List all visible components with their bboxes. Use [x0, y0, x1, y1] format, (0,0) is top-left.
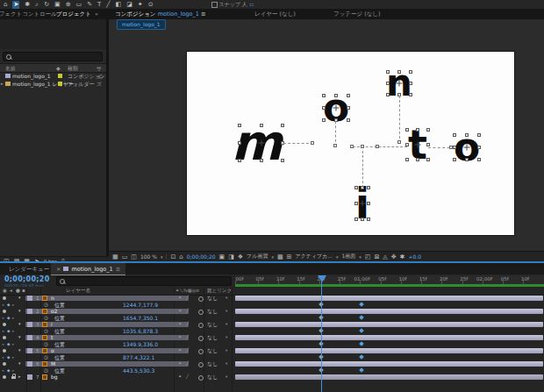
type-tool-icon[interactable]: T: [97, 1, 101, 9]
view-layout-dropdown[interactable]: 1画面: [342, 253, 356, 260]
layer-name-column[interactable]: レイヤー名: [66, 288, 90, 294]
parent-dropdown[interactable]: なし: [207, 347, 218, 354]
selection-handle[interactable]: [367, 202, 370, 205]
keyframe-at-time-icon[interactable]: ◆: [7, 328, 10, 335]
layer-object-n[interactable]: n: [388, 72, 411, 95]
show-snapshot-icon[interactable]: ◨: [228, 253, 234, 261]
close-icon[interactable]: ×: [56, 266, 61, 273]
keyframe-diamond[interactable]: [359, 341, 364, 346]
fx-switch-icon[interactable]: ╱: [186, 321, 189, 328]
ruler-icon[interactable]: ⊡: [170, 253, 175, 261]
fx-switch-icon[interactable]: ╱: [186, 334, 189, 341]
selection-handle[interactable]: [416, 128, 419, 132]
home-icon[interactable]: ⌂: [4, 1, 7, 9]
tab-layer[interactable]: レイヤー (なし): [254, 9, 296, 19]
keyframe-at-time-icon[interactable]: ◆: [7, 341, 10, 348]
tab-render-queue[interactable]: レンダーキュー: [9, 266, 49, 274]
prev-keyframe-icon[interactable]: ◂: [2, 302, 4, 309]
selection-handle[interactable]: [347, 118, 350, 122]
layer-row[interactable]: ▾ 5 o ✦ ╱ なし ▾: [0, 347, 544, 354]
selection-handle[interactable]: [322, 118, 326, 122]
layer-name[interactable]: o2: [51, 308, 58, 315]
layer-duration-bar[interactable]: [235, 309, 543, 314]
region-icon[interactable]: ▩: [277, 253, 283, 261]
selection-handle[interactable]: [465, 158, 469, 161]
parent-dropdown[interactable]: なし: [207, 295, 218, 302]
parent-dropdown[interactable]: なし: [207, 308, 218, 315]
fx-switch-icon[interactable]: ╱: [186, 360, 189, 367]
guides-icon[interactable]: ◫: [131, 253, 137, 261]
composition-canvas[interactable]: m o n t o i: [187, 52, 514, 235]
anchor-point-icon[interactable]: [397, 81, 403, 87]
eye-icon[interactable]: [3, 323, 6, 326]
label-color-chip[interactable]: [27, 309, 32, 314]
selection-handle[interactable]: [281, 159, 284, 162]
keyframe-diamond[interactable]: [359, 354, 364, 360]
twirl-icon[interactable]: ▾: [18, 321, 21, 327]
anchor-point-icon[interactable]: [415, 142, 421, 148]
keyframe-diamond[interactable]: [359, 302, 364, 307]
selection-handle[interactable]: [238, 159, 241, 162]
position-property-label[interactable]: 位置: [54, 315, 65, 322]
quality-switch-icon[interactable]: ✦: [178, 374, 182, 381]
quality-switch-icon[interactable]: ✦: [178, 360, 182, 367]
position-value[interactable]: 1244.7,177.9: [123, 302, 158, 309]
panel-menu-icon[interactable]: ≡: [116, 266, 120, 273]
label-color-chip[interactable]: [27, 348, 32, 353]
selection-handle[interactable]: [426, 143, 430, 146]
viewer-comp-mini-tab[interactable]: motion_logo_1: [117, 19, 166, 30]
twirl-icon[interactable]: ▾: [18, 308, 21, 314]
selection-handle[interactable]: [361, 217, 364, 221]
label-color-chip[interactable]: [27, 374, 32, 380]
layer-object-i[interactable]: i: [356, 188, 369, 219]
path-point[interactable]: [333, 144, 337, 147]
next-keyframe-icon[interactable]: ▸: [12, 367, 14, 374]
position-property-label[interactable]: 位置: [54, 302, 65, 309]
anchor-point-icon[interactable]: [258, 140, 264, 146]
selection-handle[interactable]: [416, 158, 419, 161]
layer-object-o-top[interactable]: o: [324, 96, 348, 120]
layer-row[interactable]: ▸ 7 bg ✦ ╱ なし ▾: [0, 374, 544, 381]
layer-row[interactable]: ▾ 3 i ✦ ╱ なし ▾: [0, 321, 544, 328]
resolution-dropdown[interactable]: フル画質: [247, 253, 268, 260]
next-keyframe-icon[interactable]: ▸: [12, 328, 14, 335]
quality-switch-icon[interactable]: ✦: [178, 334, 182, 341]
layer-row[interactable]: ▾ 6 M ✦ ╱ なし ▾: [0, 360, 544, 367]
audio-column-icon[interactable]: ◂: [10, 288, 12, 293]
layer-name[interactable]: M: [51, 360, 55, 367]
keyframe-diamond[interactable]: [359, 328, 364, 333]
selection-handle[interactable]: [477, 158, 481, 161]
selection-handle[interactable]: [405, 158, 409, 161]
magnification-icon[interactable]: ▭: [122, 253, 128, 261]
stopwatch-icon[interactable]: ◷: [44, 328, 48, 335]
position-value[interactable]: 1654.7,350.1: [123, 315, 158, 322]
parent-dropdown[interactable]: なし: [207, 360, 218, 367]
selection-handle[interactable]: [334, 94, 338, 97]
playhead-line[interactable]: [321, 275, 322, 392]
always-preview-icon[interactable]: ▦: [112, 253, 118, 261]
stopwatch-icon[interactable]: ◷: [44, 315, 48, 322]
next-keyframe-icon[interactable]: ▸: [12, 341, 14, 348]
layer-name[interactable]: t: [51, 334, 53, 341]
mask-icon[interactable]: ⚏: [249, 0, 254, 9]
quality-switch-icon[interactable]: ✦: [178, 321, 182, 328]
selection-handle[interactable]: [347, 94, 350, 97]
quality-switch-icon[interactable]: ✦: [178, 308, 182, 315]
path-point[interactable]: [361, 145, 364, 148]
position-value[interactable]: 1349.9,336.0: [123, 341, 158, 348]
pen-tool-icon[interactable]: ✎: [87, 1, 92, 9]
layer-name[interactable]: n: [51, 295, 54, 302]
next-keyframe-icon[interactable]: ▸: [12, 302, 14, 309]
stopwatch-icon[interactable]: ◷: [44, 354, 48, 361]
quality-switch-icon[interactable]: ✦: [178, 295, 182, 302]
snap-checkbox[interactable]: [211, 2, 218, 8]
selection-handle[interactable]: [386, 93, 390, 96]
region-of-interest-icon[interactable]: ⌂: [179, 253, 183, 261]
label-color-chip[interactable]: [27, 361, 32, 367]
selection-handle[interactable]: [397, 70, 401, 74]
switches-columns-icons[interactable]: ✦＼fx▦◎⊘: [175, 288, 199, 293]
timeline-search-input[interactable]: [56, 276, 232, 286]
layer-object-m[interactable]: m: [240, 125, 283, 160]
pan-behind-tool-icon[interactable]: ⊕: [66, 1, 71, 9]
camera-dropdown[interactable]: アクティブカ...: [295, 253, 333, 260]
